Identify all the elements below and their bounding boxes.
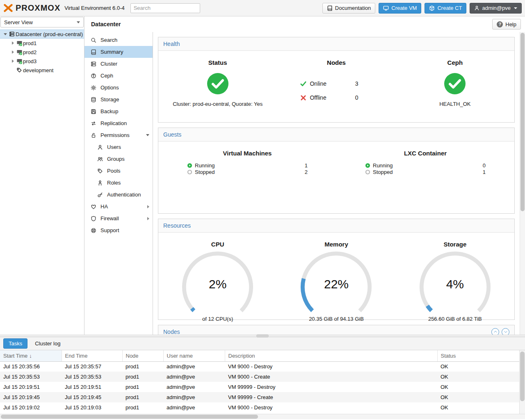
shield-icon: [90, 216, 97, 221]
menu-item-search[interactable]: Search: [84, 34, 153, 46]
ceph-status-text: HEALTH_OK: [439, 101, 470, 107]
health-panel-header[interactable]: Health: [158, 37, 514, 51]
vm-summary: Virtual Machines Running 1 Stopped 2: [158, 142, 336, 213]
task-row[interactable]: Jul 15 20:35:53 Jul 15 20:35:53 prod1 ad…: [0, 372, 519, 382]
col-start-time[interactable]: Start Time↓: [0, 350, 62, 361]
task-cell: Jul 15 20:19:03: [62, 402, 122, 413]
menu-item-users[interactable]: Users: [84, 141, 153, 153]
menu-item-storage[interactable]: Storage: [84, 94, 153, 105]
tab-cluster-log[interactable]: Cluster log: [35, 340, 60, 347]
nodes-status-column: Nodes Online 3 Offline: [277, 51, 395, 122]
resource-tree-panel: Server View Datacenter (prod-eu-central)…: [0, 16, 84, 335]
col-description[interactable]: Description: [225, 350, 437, 361]
datacenter-icon: [8, 31, 16, 37]
menu-item-permissions[interactable]: Permissions: [84, 129, 153, 141]
collapse-up-button[interactable]: [491, 328, 499, 335]
tree-item-development[interactable]: development: [0, 66, 84, 75]
task-cell: OK: [437, 392, 519, 402]
task-row[interactable]: Jul 15 20:19:45 Jul 15 20:19:45 prod1 ad…: [0, 392, 519, 402]
scrollbar-thumb[interactable]: [520, 352, 525, 401]
nodes-panel-header[interactable]: Nodes: [158, 325, 514, 335]
menu-item-pools[interactable]: Pools: [84, 165, 153, 177]
task-cell: Jul 15 20:19:45: [62, 392, 122, 402]
scrollbar-thumb[interactable]: [520, 33, 525, 211]
menu-item-backup[interactable]: Backup: [84, 105, 153, 117]
task-cell: admin@pve: [163, 382, 225, 392]
stopped-icon: [187, 169, 192, 175]
task-cell: Jul 15 20:19:02: [0, 402, 62, 413]
chevron-down-icon: [514, 7, 517, 9]
expander-icon[interactable]: [10, 41, 16, 45]
running-icon: [187, 163, 192, 168]
tree-item-prod3[interactable]: prod3: [0, 57, 84, 66]
col-user-name[interactable]: User name: [163, 350, 225, 361]
running-icon: [365, 163, 370, 168]
menu-item-summary[interactable]: Summary: [84, 46, 153, 58]
menu-item-firewall[interactable]: Firewall: [84, 212, 153, 224]
scrollbar-thumb[interactable]: [1, 415, 258, 419]
task-cell: OK: [437, 402, 519, 413]
task-cell: admin@pve: [163, 372, 225, 382]
online-row: Online 3: [300, 77, 372, 91]
resource-tree: Datacenter (prod-eu-central) prod1 prod2…: [0, 28, 84, 75]
menu-item-roles[interactable]: Roles: [84, 177, 153, 189]
col-status[interactable]: Status: [437, 350, 519, 361]
task-row[interactable]: Jul 15 20:19:51 Jul 15 20:19:51 prod1 ad…: [0, 382, 519, 392]
tree-item-prod1[interactable]: prod1: [0, 39, 84, 48]
vm-running-row: Running 1: [187, 162, 308, 169]
ceph-ok-icon: [444, 73, 466, 95]
expander-icon[interactable]: [2, 33, 8, 35]
splitter-grip[interactable]: [256, 334, 269, 338]
resources-panel-header[interactable]: Resources: [158, 219, 514, 233]
task-row[interactable]: Jul 15 20:19:02 Jul 15 20:19:03 prod1 ad…: [0, 402, 519, 413]
menu-item-cluster[interactable]: Cluster: [84, 58, 153, 70]
person-icon: [97, 180, 103, 186]
task-cell: prod1: [122, 382, 163, 392]
col-end-time[interactable]: End Time: [62, 350, 122, 361]
guests-panel-header[interactable]: Guests: [158, 128, 514, 142]
menu-item-ha[interactable]: HA: [84, 201, 153, 212]
task-cell: Jul 15 20:35:57: [62, 361, 122, 372]
task-cell: OK: [437, 382, 519, 392]
menu-item-ceph[interactable]: Ceph: [84, 70, 153, 82]
sort-desc-icon: ↓: [29, 353, 32, 359]
search-input[interactable]: [130, 3, 200, 13]
tasks-scrollbar-vertical[interactable]: [519, 350, 525, 414]
storage-caption: 256.60 GiB of 6.82 TiB: [428, 316, 482, 322]
tasks-tabbar: Tasks Cluster log: [0, 337, 525, 350]
menu-item-support[interactable]: Support: [84, 224, 153, 236]
tree-item-prod2[interactable]: prod2: [0, 48, 84, 57]
view-selector[interactable]: Server View: [0, 17, 84, 27]
menu-item-options[interactable]: Options: [84, 82, 153, 94]
vm-stopped-count: 2: [305, 169, 308, 175]
tab-tasks[interactable]: Tasks: [3, 338, 27, 349]
collapse-down-button[interactable]: [502, 328, 509, 335]
task-cell: VM 99999 - Create: [225, 392, 437, 402]
help-button[interactable]: ? Help: [492, 19, 521, 30]
expander-icon[interactable]: [10, 50, 16, 54]
user-menu-button[interactable]: admin@pve: [470, 3, 522, 14]
content-header: Datacenter ? Help: [84, 16, 525, 32]
create-ct-button[interactable]: Create CT: [425, 3, 466, 14]
ct-stopped-count: 1: [483, 169, 486, 175]
menu-item-authentication[interactable]: Authentication: [84, 189, 153, 201]
search-icon: [90, 37, 97, 43]
tag-icon: [16, 67, 23, 73]
content-scrollbar[interactable]: [520, 32, 525, 335]
monitor-icon: [383, 5, 389, 11]
bottom-splitter[interactable]: [0, 335, 525, 337]
tasks-scrollbar-horizontal[interactable]: [0, 414, 525, 419]
tree-item-datacenter[interactable]: Datacenter (prod-eu-central): [0, 30, 84, 39]
offline-row: Offline 0: [300, 91, 372, 105]
menu-item-groups[interactable]: Groups: [84, 153, 153, 165]
task-row[interactable]: Jul 15 20:35:56 Jul 15 20:35:57 prod1 ad…: [0, 361, 519, 372]
ceph-status-column: Ceph HEALTH_OK: [396, 51, 514, 122]
documentation-button[interactable]: Documentation: [322, 3, 375, 14]
create-vm-button[interactable]: Create VM: [379, 3, 421, 14]
col-node[interactable]: Node: [122, 350, 163, 361]
cpu-caption: of 12 CPU(s): [202, 316, 233, 322]
expander-icon[interactable]: [10, 59, 16, 63]
cluster-status-column: Status Cluster: prod-eu-central, Quorate…: [158, 51, 277, 122]
health-panel: Health Status Cluster: prod-eu-central, …: [158, 37, 515, 123]
menu-item-replication[interactable]: Replication: [84, 117, 153, 129]
